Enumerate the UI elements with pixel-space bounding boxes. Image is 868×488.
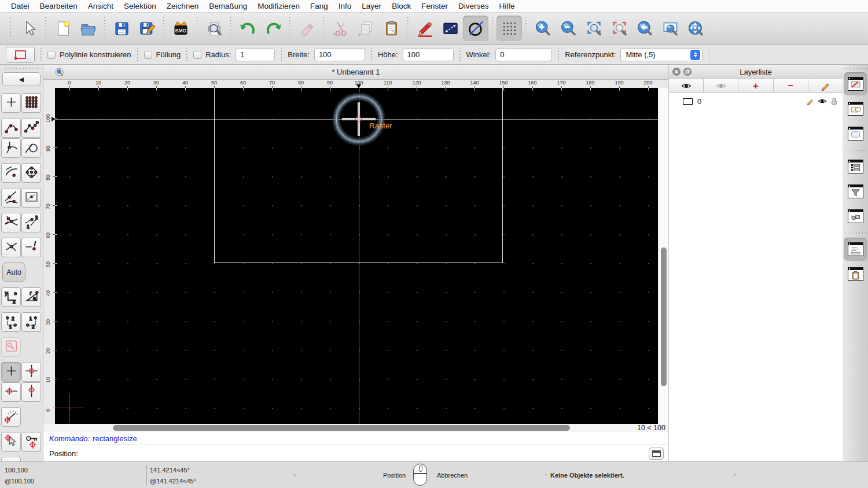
menu-layer[interactable]: Layer <box>356 2 387 10</box>
snap-auto-button[interactable] <box>1 238 21 257</box>
view-list-dock-button[interactable] <box>844 205 867 228</box>
menu-fang[interactable]: Fang <box>305 2 333 10</box>
snap-distance-button[interactable] <box>21 238 41 257</box>
horizontal-scrollbar[interactable]: 10 < 100 <box>43 424 668 432</box>
panel-drag-handle[interactable] <box>5 68 38 70</box>
snap-reference-button[interactable] <box>1 163 21 183</box>
menu-fenster[interactable]: Fenster <box>416 2 453 10</box>
snap-grid-button[interactable] <box>21 93 41 113</box>
open-file-button[interactable] <box>75 16 101 41</box>
restrict-horizontal-button[interactable] <box>1 382 21 402</box>
block-list-dock-button[interactable] <box>844 97 867 120</box>
previous-view-button[interactable] <box>632 16 657 41</box>
layer-list-dock-button[interactable] <box>844 72 867 95</box>
snap-middle-button[interactable] <box>1 188 21 208</box>
drawing-canvas[interactable]: Raster <box>55 88 658 424</box>
delete-entities-button[interactable] <box>294 16 319 41</box>
dimension-tool-button[interactable] <box>437 16 463 41</box>
menu-ansicht[interactable]: Ansicht <box>83 2 119 10</box>
radius-checkbox[interactable] <box>193 51 201 59</box>
paste-button[interactable] <box>378 16 404 41</box>
relative-cartesian-button[interactable]: 12 <box>1 312 21 332</box>
menu-selektion[interactable]: Selektion <box>119 2 161 10</box>
snap-endpoints-button[interactable] <box>1 118 21 138</box>
vertical-scrollbar[interactable] <box>658 88 668 424</box>
back-button[interactable]: ◀ <box>2 72 41 86</box>
snap-center-button[interactable] <box>21 163 41 183</box>
draw-pencil-button[interactable] <box>412 16 437 41</box>
restrict-disabled-button[interactable] <box>1 337 21 357</box>
refpoint-dropdown[interactable]: Mitte (,5) <box>620 48 703 61</box>
pan-button[interactable] <box>683 16 708 41</box>
selection-filter-dock-button[interactable] <box>844 180 867 203</box>
restrict-angle-button[interactable] <box>1 407 21 427</box>
layer-edit-icon[interactable] <box>806 97 814 105</box>
snap-free-button[interactable] <box>1 93 21 113</box>
menu-hilfe[interactable]: Hilfe <box>494 2 520 10</box>
show-all-layers-button[interactable] <box>669 79 704 93</box>
command-prompt-bar[interactable]: Position: <box>43 445 668 461</box>
snap-perpendicular-button[interactable] <box>1 138 21 158</box>
selection-cursor-button[interactable] <box>16 16 42 41</box>
menu-modifizieren[interactable]: Modifizieren <box>252 2 305 10</box>
coordinate-cartesian-button[interactable]: yx <box>1 287 21 307</box>
save-file-button[interactable] <box>109 16 134 41</box>
menu-bema-ung[interactable]: Bemaßung <box>204 2 252 10</box>
zoom-in-button[interactable] <box>530 16 556 41</box>
rectangle-size-tool-button[interactable] <box>6 47 35 63</box>
zoom-window-button[interactable] <box>657 16 683 41</box>
snap-intersection-manual-button[interactable]: 12 <box>21 213 41 232</box>
add-layer-button[interactable]: + <box>738 79 773 93</box>
print-preview-button[interactable] <box>201 16 227 41</box>
coordinate-polar-button[interactable]: ra <box>21 287 41 307</box>
snap-on-entity-button[interactable] <box>21 118 41 138</box>
vertical-scrollbar-thumb[interactable] <box>661 247 667 386</box>
fill-checkbox[interactable] <box>144 51 152 59</box>
snap-coordinate-button[interactable] <box>21 432 41 452</box>
zoom-selection-button[interactable] <box>606 16 632 41</box>
redo-button[interactable] <box>260 16 286 41</box>
library-browser-dock-button[interactable] <box>844 122 867 145</box>
layer-lock-icon[interactable] <box>830 97 838 105</box>
layer-visible-icon[interactable] <box>818 98 827 105</box>
toolbar-drag-handle[interactable] <box>9 18 12 39</box>
undo-button[interactable] <box>235 16 260 41</box>
expand-command-line-button[interactable] <box>649 448 664 460</box>
grid-toggle-button[interactable] <box>496 16 522 41</box>
snap-entity-range-button[interactable] <box>21 188 41 208</box>
new-file-button[interactable] <box>50 16 75 41</box>
radius-field[interactable]: 1 <box>236 48 275 61</box>
snap-intersection-button[interactable] <box>1 213 21 232</box>
remove-layer-button[interactable]: − <box>774 79 808 93</box>
polyline-checkbox[interactable] <box>47 51 56 59</box>
clipboard-panel-dock-button[interactable] <box>844 263 867 286</box>
snap-crosshair-button[interactable] <box>21 362 41 382</box>
property-editor-dock-button[interactable] <box>844 155 867 178</box>
restrict-vertical-button[interactable] <box>21 382 41 402</box>
width-field[interactable]: 100 <box>314 48 365 61</box>
menu-bearbeiten[interactable]: Bearbeiten <box>35 2 83 10</box>
snap-cursor-button[interactable] <box>1 432 21 452</box>
layer-row[interactable]: 0 <box>669 95 843 108</box>
menu-diverses[interactable]: Diverses <box>453 2 494 10</box>
snap-tangential-button[interactable] <box>21 138 41 158</box>
relative-polar-button[interactable]: 12 <box>21 312 41 332</box>
horizontal-scrollbar-thumb[interactable] <box>113 425 570 431</box>
height-field[interactable]: 100 <box>403 48 454 61</box>
restrict-none-button[interactable] <box>1 362 21 382</box>
svg-export-button[interactable]: SVG <box>168 16 193 41</box>
menu-info[interactable]: Info <box>333 2 357 10</box>
zoom-out-button[interactable] <box>556 16 581 41</box>
menu-zeichnen[interactable]: Zeichnen <box>161 2 204 10</box>
hide-all-layers-button[interactable] <box>704 79 738 93</box>
copy-button[interactable]: + <box>353 16 378 41</box>
cut-button[interactable]: + <box>328 16 353 41</box>
menu-datei[interactable]: Datei <box>6 2 35 10</box>
edit-layer-button[interactable] <box>808 79 843 93</box>
angle-field[interactable]: 0 <box>495 48 552 61</box>
auto-zoom-button[interactable] <box>581 16 606 41</box>
circle-two-point-button[interactable] <box>463 16 488 41</box>
snap-auto-button[interactable]: Auto <box>2 263 25 282</box>
command-line-panel-dock-button[interactable] <box>844 238 867 261</box>
save-file-as-button[interactable] <box>134 16 160 41</box>
